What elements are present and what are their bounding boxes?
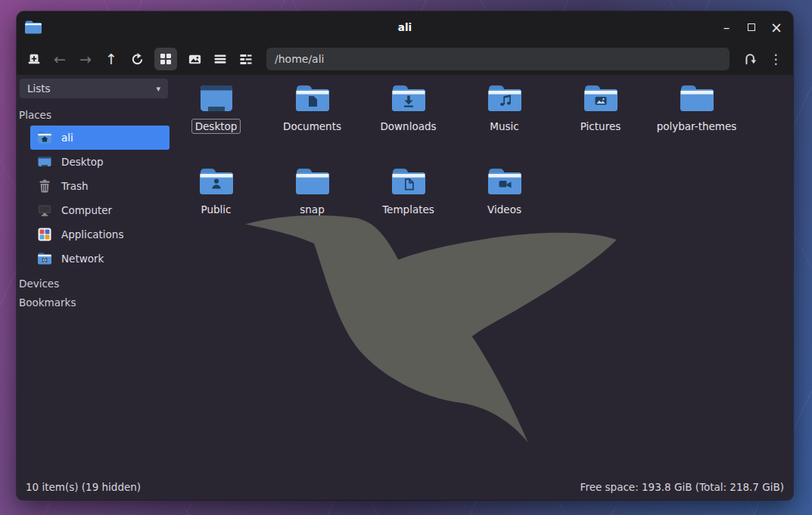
file-label: Templates [378, 202, 438, 217]
file-item-templates[interactable]: Templates [360, 165, 456, 248]
up-button[interactable]: ↑ [103, 51, 120, 67]
sidebar-mode-label: Lists [27, 82, 51, 95]
file-label: Pictures [577, 119, 624, 134]
items-count-text: 10 item(s) (19 hidden) [26, 481, 141, 493]
file-item-public[interactable]: Public [191, 165, 264, 248]
jump-icon [742, 51, 758, 67]
sidebar-item-computer[interactable]: Computer [30, 198, 170, 222]
new-tab-button[interactable] [26, 51, 42, 67]
folder-videos-icon [487, 166, 523, 197]
sidebar-item-ali[interactable]: ali [30, 126, 170, 150]
icon-view-icon [159, 52, 173, 66]
desktop-icon [198, 83, 235, 113]
file-item-desktop[interactable]: Desktop [191, 82, 264, 165]
window-title: ali [17, 21, 793, 33]
icon-view-button[interactable] [154, 48, 177, 70]
menu-button[interactable]: ⋮ [767, 51, 784, 67]
chevron-down-icon: ▾ [156, 84, 160, 94]
file-label: Public [198, 202, 235, 217]
free-space-text: Free space: 193.8 GiB (Total: 218.7 GiB) [580, 481, 784, 493]
file-item-snap[interactable]: snap [264, 165, 360, 248]
compact-view-icon [213, 52, 227, 66]
folder-downloads-icon [390, 83, 427, 113]
folder-documents-icon [294, 83, 331, 113]
sidebar-section-bookmarks: Bookmarks [19, 296, 191, 309]
up-icon: ↑ [105, 52, 117, 67]
maximize-icon [748, 23, 755, 31]
computer-icon [37, 203, 52, 218]
forward-button[interactable]: → [77, 51, 94, 67]
sidebar-item-network[interactable]: Network [30, 247, 170, 271]
file-label: polybar-themes [653, 119, 741, 134]
sidebar-item-label: ali [61, 132, 73, 144]
titlebar[interactable]: ali – × [17, 11, 793, 43]
file-label: Documents [279, 119, 345, 134]
back-button[interactable]: ← [51, 51, 68, 67]
file-label: Downloads [376, 119, 440, 134]
folder-icon [294, 166, 331, 197]
sidebar-section-devices: Devices [19, 278, 191, 290]
sidebar-section-places: Places [19, 109, 191, 121]
sidebar-item-label: Applications [61, 228, 123, 240]
path-input[interactable] [266, 48, 730, 70]
file-item-documents[interactable]: Documents [264, 82, 360, 165]
close-button[interactable]: × [770, 21, 782, 33]
refresh-icon [130, 52, 145, 67]
file-label: snap [296, 202, 328, 217]
sidebar-item-desktop[interactable]: Desktop [30, 150, 170, 174]
file-item-music[interactable]: Music [456, 82, 552, 165]
back-icon: ← [54, 52, 66, 67]
folder-icon [679, 83, 715, 113]
file-label: Desktop [191, 119, 241, 134]
thumbnail-view-button[interactable] [186, 51, 203, 67]
file-item-videos[interactable]: Videos [456, 165, 552, 248]
network-folder-icon [37, 251, 52, 266]
refresh-button[interactable] [129, 51, 145, 67]
sidebar-mode-dropdown[interactable]: Lists ▾ [20, 79, 168, 98]
kebab-menu-icon: ⋮ [770, 53, 782, 66]
statusbar: 10 item(s) (19 hidden) Free space: 193.8… [17, 477, 793, 500]
desktop-wallpaper: { "window": { "title": "ali" }, "icons":… [0, 0, 812, 515]
sidebar-item-label: Network [61, 253, 104, 265]
desktop-icon [37, 154, 52, 169]
jump-button[interactable] [742, 51, 758, 67]
folder-music-icon [487, 83, 523, 113]
minimize-button[interactable]: – [720, 21, 733, 33]
sidebar-item-label: Desktop [61, 156, 104, 168]
file-manager-window: ali – × ← → ↑ [17, 11, 793, 500]
new-tab-icon [26, 51, 42, 67]
file-grid: Desktop Documents Downloads [191, 75, 766, 248]
toolbar: ← → ↑ [17, 43, 793, 75]
sidebar: Lists ▾ Places ali Desktop [17, 75, 191, 477]
file-view: Desktop Documents Downloads [191, 75, 793, 477]
home-folder-icon [37, 130, 52, 145]
folder-pictures-icon [583, 83, 619, 113]
applications-grid-icon [37, 227, 52, 242]
sidebar-item-trash[interactable]: Trash [30, 174, 170, 198]
maximize-button[interactable] [745, 21, 758, 33]
folder-templates-icon [390, 166, 427, 197]
detailed-view-icon [239, 52, 253, 66]
detailed-view-button[interactable] [238, 51, 254, 67]
forward-icon: → [79, 52, 92, 67]
sidebar-item-label: Computer [61, 204, 112, 216]
compact-view-button[interactable] [212, 51, 229, 67]
sidebar-item-applications[interactable]: Applications [30, 222, 170, 247]
file-label: Music [486, 119, 522, 134]
thumbnail-view-icon [188, 52, 202, 67]
file-item-pictures[interactable]: Pictures [552, 82, 649, 165]
file-label: Videos [484, 202, 525, 217]
file-item-polybar-themes[interactable]: polybar-themes [649, 82, 745, 165]
folder-public-icon [198, 166, 235, 197]
trash-icon [37, 178, 52, 194]
sidebar-item-label: Trash [61, 180, 89, 192]
file-item-downloads[interactable]: Downloads [360, 82, 456, 165]
